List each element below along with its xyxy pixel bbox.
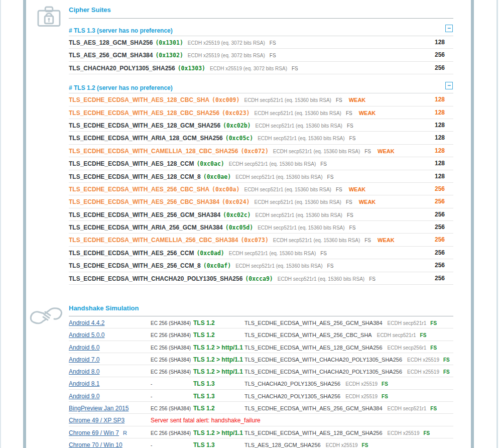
key-exchange-cell: ECDH secp521r1 — [377, 332, 416, 338]
key-exchange-info: ECDH x25519 (eq. 3072 bits RSA) — [188, 40, 265, 46]
key-bits: 128 — [435, 36, 453, 48]
client-link[interactable]: Chrome 70 / Win 10 — [69, 441, 122, 448]
cipher-suite-name: TLS_ECDHE_ECDSA_WITH_AES_128_CCM — [69, 160, 194, 167]
forward-secrecy-label: FS — [270, 53, 276, 58]
negotiated-protocol-cell: TLS 1.2 — [193, 403, 244, 414]
cipher-hex-code: (0xc073) — [240, 237, 268, 244]
cipher-suite-name: TLS_ECDHE_ECDSA_WITH_AES_128_CBC_SHA — [69, 96, 209, 103]
client-link[interactable]: Chrome 69 / Win 7 — [69, 429, 119, 436]
forward-secrecy-label: FS — [327, 174, 334, 180]
cipher-suite-name: TLS_ECDHE_ECDSA_WITH_CAMELLIA_128_CBC_SH… — [69, 148, 238, 155]
cipher-hex-code: (0xc072) — [240, 148, 268, 155]
negotiated-suite-name: TLS_ECDHE_ECDSA_WITH_AES_256_CBC_SHA — [244, 332, 372, 338]
client-cell: Android 6.0 — [69, 341, 151, 353]
key-exchange-cell: ECDH x25519 — [407, 369, 439, 375]
key-bits: 256 — [435, 247, 453, 259]
cipher-hex-code: (0xcca9) — [245, 275, 273, 282]
client-cell: Chrome 70 / Win 10 — [69, 438, 151, 448]
collapse-group-button[interactable]: − — [445, 82, 453, 89]
cipher-suite-name: TLS_AES_128_GCM_SHA256 — [69, 39, 153, 46]
cipher-suite-row: 256TLS_ECDHE_ECDSA_WITH_ARIA_256_GCM_SHA… — [69, 221, 453, 234]
cipher-hex-code: (0x1303) — [178, 65, 205, 72]
client-link[interactable]: Android 7.0 — [69, 356, 99, 363]
key-bits: 128 — [435, 170, 453, 182]
client-link[interactable]: BingPreview Jan 2015 — [69, 405, 129, 412]
forward-secrecy-label: FS — [430, 320, 437, 326]
key-exchange-cell: ECDH secp256r1 — [388, 345, 427, 351]
key-bits: 128 — [435, 106, 453, 119]
negotiated-protocol-cell: TLS 1.2 > http/1.1 — [193, 354, 244, 365]
collapse-group-button[interactable]: − — [445, 25, 453, 32]
cipher-group-header: # TLS 1.3 (server has no preference)− — [69, 19, 453, 36]
handshake-row: Android 8.0EC 256 (SHA384)TLS 1.2 > http… — [69, 365, 453, 377]
client-link[interactable]: Android 8.0 — [69, 368, 99, 375]
cipher-hex-code: (0xc0ad) — [196, 250, 224, 257]
key-bits: 256 — [435, 62, 453, 74]
forward-secrecy-label: FS — [327, 263, 334, 269]
cipher-suite-row: 128TLS_ECDHE_ECDSA_WITH_CAMELLIA_128_CBC… — [69, 145, 453, 157]
negotiated-suite-name: TLS_ECDHE_ECDSA_WITH_AES_128_GCM_SHA256 — [244, 430, 383, 436]
client-cell: Android 4.4.2 — [69, 316, 151, 328]
cipher-suite-row: 256TLS_ECDHE_ECDSA_WITH_AES_256_CCM_8(0x… — [69, 259, 453, 272]
cipher-hex-code: (0x1301) — [155, 39, 183, 46]
cipher-suite-name: TLS_CHACHA20_POLY1305_SHA256 — [69, 65, 175, 72]
handshake-row: Chrome 49 / XP SP3Server sent fatal aler… — [69, 414, 453, 426]
handshake-row: BingPreview Jan 2015EC 256 (SHA384)TLS 1… — [69, 402, 453, 414]
handshake-row: Chrome 69 / Win 7REC 256 (SHA384)TLS 1.2… — [69, 426, 453, 438]
server-key-cell: EC 256 (SHA384) — [151, 403, 193, 414]
negotiated-protocol-cell: TLS 1.2 > http/1.1 — [193, 427, 244, 438]
weak-label: WEAK — [378, 148, 395, 154]
negotiated-suite-name: TLS_CHACHA20_POLY1305_SHA256 — [244, 381, 340, 387]
negotiated-suite-name: TLS_ECDHE_ECDSA_WITH_AES_256_GCM_SHA384 — [244, 405, 383, 411]
client-link[interactable]: Chrome 49 / XP SP3 — [69, 417, 124, 424]
key-exchange-cell: ECDH secp521r1 — [388, 406, 427, 411]
key-exchange-info: ECDH secp521r1 (eq. 15360 bits RSA) — [235, 174, 322, 180]
cipher-suite-row: 128TLS_ECDHE_ECDSA_WITH_ARIA_128_GCM_SHA… — [69, 132, 453, 144]
key-exchange-info: ECDH secp521r1 (eq. 15360 bits RSA) — [229, 161, 316, 167]
cipher-hex-code: (0xc02c) — [223, 211, 251, 218]
handshake-row: Android 5.0.0EC 256 (SHA384)TLS 1.2TLS_E… — [69, 328, 453, 341]
handshake-row: Android 8.1-TLS 1.3TLS_CHACHA20_POLY1305… — [69, 377, 453, 389]
cipher-suite-name: TLS_AES_256_GCM_SHA384 — [69, 52, 153, 59]
forward-secrecy-label: FS — [382, 394, 388, 399]
client-link[interactable]: Android 9.0 — [69, 393, 99, 400]
cipher-suite-row: 128TLS_ECDHE_ECDSA_WITH_AES_128_CCM(0xc0… — [69, 157, 453, 170]
client-link[interactable]: Android 8.1 — [69, 380, 99, 387]
client-cell: Android 5.0.0 — [69, 328, 151, 341]
key-exchange-info: ECDH secp521r1 (eq. 15360 bits RSA) — [273, 149, 360, 154]
key-exchange-cell: ECDH x25519 — [345, 381, 378, 387]
key-bits: 128 — [435, 93, 453, 105]
negotiated-protocol-cell: TLS 1.2 — [193, 329, 244, 341]
cipher-hex-code: (0xc024) — [222, 198, 250, 205]
cipher-hex-code: (0xc0af) — [203, 262, 231, 269]
handshake-row: Android 7.0EC 256 (SHA384)TLS 1.2 > http… — [69, 353, 453, 365]
client-link[interactable]: Android 5.0.0 — [69, 331, 104, 339]
client-link[interactable]: Android 4.4.2 — [69, 319, 104, 326]
server-key-cell: EC 256 (SHA384) — [151, 342, 193, 353]
forward-secrecy-label: FS — [362, 442, 368, 448]
key-exchange-info: ECDH secp521r1 (eq. 15360 bits RSA) — [244, 187, 331, 192]
forward-secrecy-label: FS — [320, 251, 327, 256]
client-cell: Chrome 69 / Win 7R — [69, 426, 151, 438]
server-key-cell: - — [151, 439, 193, 448]
report-box-left-border — [23, 0, 26, 448]
forward-secrecy-label: FS — [347, 212, 353, 218]
cipher-hex-code: (0xc009) — [212, 96, 239, 103]
cipher-suite-row: 256TLS_CHACHA20_POLY1305_SHA256(0x1303)E… — [69, 62, 453, 74]
client-link[interactable]: Android 6.0 — [69, 344, 99, 351]
client-cell: Android 7.0 — [69, 353, 151, 365]
key-exchange-info: ECDH secp521r1 (eq. 15360 bits RSA) — [258, 225, 344, 231]
cipher-suite-name: TLS_ECDHE_ECDSA_WITH_AES_256_CCM — [69, 250, 194, 257]
negotiated-protocol-cell: TLS 1.3 — [193, 439, 244, 448]
handshake-row: Android 9.0-TLS 1.3TLS_CHACHA20_POLY1305… — [69, 390, 453, 402]
client-cell: Chrome 49 / XP SP3 — [69, 414, 151, 426]
key-exchange-info: ECDH secp521r1 (eq. 15360 bits RSA) — [244, 97, 331, 103]
server-key-cell: EC 256 (SHA384) — [151, 317, 193, 328]
key-exchange-info: ECDH secp521r1 (eq. 15360 bits RSA) — [278, 276, 364, 282]
cipher-suite-row: 128TLS_ECDHE_ECDSA_WITH_AES_128_CBC_SHA(… — [69, 93, 453, 106]
cipher-suite-row: 256TLS_ECDHE_ECDSA_WITH_AES_256_CCM(0xc0… — [69, 247, 453, 259]
key-bits: 256 — [435, 259, 453, 271]
forward-secrecy-label: FS — [346, 199, 352, 205]
weak-label: WEAK — [359, 199, 376, 205]
forward-secrecy-label: FS — [364, 238, 371, 243]
